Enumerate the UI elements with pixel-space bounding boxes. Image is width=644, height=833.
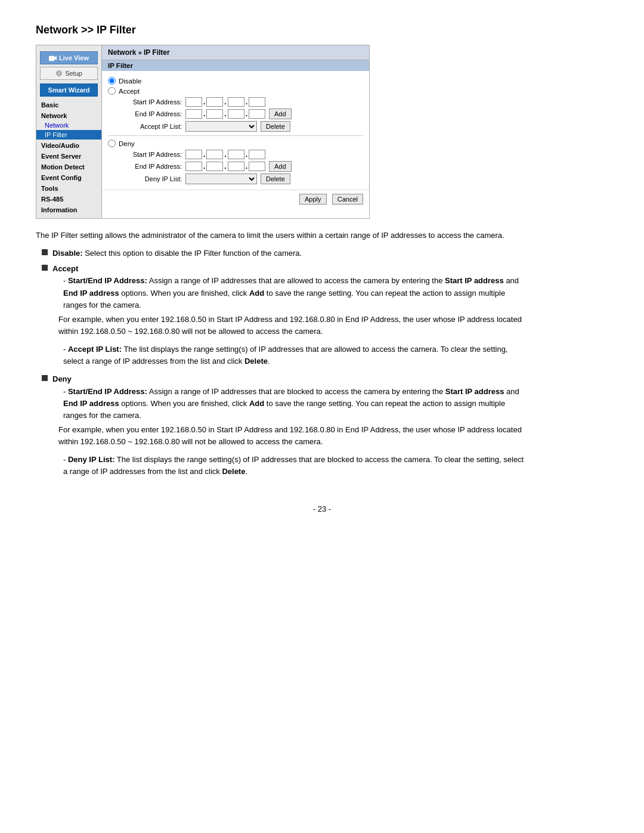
cancel-button[interactable]: Cancel — [332, 194, 363, 205]
disable-bullet-content: Disable: Select this option to disable t… — [52, 247, 525, 259]
accept-start-ip-2[interactable] — [206, 97, 223, 107]
bullet-icon-disable — [42, 249, 48, 255]
start-ip-label-deny: Start IP Address: — [120, 151, 185, 158]
deny-ip-list-select[interactable] — [185, 174, 257, 184]
accept-bullet-content: Accept - Start/End IP Address: Assign a … — [52, 263, 525, 370]
accept-list-text: The list displays the range setting(s) o… — [63, 345, 507, 366]
deny-radio[interactable] — [108, 140, 116, 147]
svg-marker-1 — [54, 56, 57, 60]
breadcrumb-arrow: » — [138, 49, 144, 56]
deny-bullet: Deny - Start/End IP Address: Assign a ra… — [42, 373, 525, 480]
intro-text: The IP Filter setting allows the adminis… — [36, 230, 525, 241]
section-rs485-label: RS-485 — [36, 193, 101, 204]
svg-rect-0 — [49, 56, 54, 61]
deny-label: Deny — [119, 140, 135, 147]
disable-bullet-text: Disable: Select this option to disable t… — [52, 249, 302, 258]
accept-list-title: Accept IP List: — [68, 345, 122, 354]
description-area: The IP Filter setting allows the adminis… — [36, 230, 525, 481]
deny-start-ip-3[interactable] — [228, 150, 244, 159]
deny-ip-list-label: Deny IP List: — [120, 175, 185, 182]
deny-list-text: The list displays the range setting(s) o… — [63, 455, 524, 476]
disable-label: Disable — [119, 78, 141, 85]
deny-start-ip-row: Start IP Address: . . . — [108, 150, 363, 159]
deny-start-ip-4[interactable] — [249, 150, 265, 159]
section-tools-label: Tools — [36, 182, 101, 193]
section-title-bar: IP Filter — [102, 60, 369, 71]
accept-add-button[interactable]: Add — [269, 109, 292, 119]
deny-end-ip-group: . . . — [185, 162, 265, 171]
sidebar: Live View Setup Smart Wizard Basic Netwo… — [36, 45, 102, 218]
live-view-button[interactable]: Live View — [40, 51, 98, 64]
deny-end-ip-3[interactable] — [228, 162, 244, 171]
accept-label: Accept — [119, 88, 140, 95]
section-divider — [108, 135, 363, 136]
deny-start-ip-group: . . . — [185, 150, 265, 159]
section-basic-label: Basic — [36, 99, 101, 110]
deny-end-ip-2[interactable] — [206, 162, 223, 171]
smart-wizard-button[interactable]: Smart Wizard — [40, 83, 98, 97]
deny-delete-button[interactable]: Delete — [261, 174, 290, 184]
accept-start-ip-row: Start IP Address: . . . — [108, 97, 363, 107]
deny-end-ip-4[interactable] — [249, 162, 265, 171]
dash-accept-list: - — [63, 345, 68, 354]
deny-list-bullet: - Deny IP List: The list displays the ra… — [63, 454, 525, 478]
apply-button[interactable]: Apply — [299, 194, 327, 205]
accept-start-ip-1[interactable] — [185, 97, 202, 107]
accept-start-ip-4[interactable] — [249, 97, 265, 107]
accept-end-ip-row: End IP Address: . . . Add — [108, 109, 363, 119]
accept-radio[interactable] — [108, 87, 116, 95]
accept-end-ip-3[interactable] — [228, 109, 244, 119]
sidebar-item-ip-filter[interactable]: IP Filter — [36, 130, 101, 140]
deny-start-ip-1[interactable] — [185, 150, 202, 159]
accept-end-ip-group: . . . — [185, 109, 265, 119]
setup-button[interactable]: Setup — [40, 67, 98, 80]
accept-end-ip-1[interactable] — [185, 109, 202, 119]
accept-title: Accept — [52, 264, 78, 273]
section-network-label: Network — [36, 110, 101, 120]
sidebar-item-network[interactable]: Network — [36, 120, 101, 130]
bottom-buttons: Apply Cancel — [102, 190, 369, 208]
deny-bullet-content: Deny - Start/End IP Address: Assign a ra… — [52, 373, 525, 480]
accept-list-bullet: - Accept IP List: The list displays the … — [63, 343, 525, 367]
accept-start-ip-3[interactable] — [228, 97, 244, 107]
accept-ip-list-select[interactable] — [185, 121, 257, 132]
main-header: Network » IP Filter — [102, 45, 369, 60]
ui-panel: Live View Setup Smart Wizard Basic Netwo… — [36, 45, 370, 219]
disable-bullet: Disable: Select this option to disable t… — [42, 247, 525, 259]
section-video-audio-label: Video/Audio — [36, 140, 101, 150]
accept-radio-row: Accept — [108, 87, 363, 95]
bullet-icon-deny — [42, 375, 48, 381]
accept-start-end-title: Start/End IP Address: — [68, 276, 147, 285]
deny-ip-list-row: Deny IP List: Delete — [108, 174, 363, 184]
accept-start-end-bullet: - Start/End IP Address: Assign a range o… — [63, 275, 525, 311]
page-title: Network >> IP Filter — [36, 24, 608, 36]
bullet-section: Disable: Select this option to disable t… — [42, 247, 525, 480]
dash-accept-start: - — [63, 276, 68, 285]
deny-add-button[interactable]: Add — [269, 161, 292, 172]
camera-icon — [49, 55, 57, 61]
ip-filter-form: Disable Accept Start IP Address: . . — [102, 71, 369, 190]
section-information-label: Information — [36, 204, 101, 215]
accept-delete-button[interactable]: Delete — [261, 121, 290, 132]
section-motion-detect-label: Motion Detect — [36, 161, 101, 172]
deny-radio-row: Deny — [108, 140, 363, 147]
deny-end-ip-1[interactable] — [185, 162, 202, 171]
deny-example-text: For example, when you enter 192.168.0.50… — [58, 424, 525, 448]
accept-ip-list-label: Accept IP List: — [120, 123, 185, 130]
gear-icon — [55, 70, 63, 77]
disable-radio[interactable] — [108, 77, 116, 85]
deny-start-end-title: Start/End IP Address: — [68, 387, 147, 396]
main-content: Network » IP Filter IP Filter Disable Ac… — [102, 45, 369, 218]
deny-start-ip-2[interactable] — [206, 150, 223, 159]
accept-example-text: For example, when you enter 192.168.0.50… — [58, 314, 525, 337]
dash-deny-start: - — [63, 387, 68, 396]
accept-bullet: Accept - Start/End IP Address: Assign a … — [42, 263, 525, 370]
accept-end-ip-4[interactable] — [249, 109, 265, 119]
accept-end-ip-2[interactable] — [206, 109, 223, 119]
accept-example-para: For example, when you enter 192.168.0.50… — [58, 314, 525, 337]
deny-start-end-bullet: - Start/End IP Address: Assign a range o… — [63, 386, 525, 422]
section-event-server-label: Event Server — [36, 150, 101, 161]
bullet-icon-accept — [42, 265, 48, 271]
deny-end-ip-row: End IP Address: . . . Add — [108, 161, 363, 172]
accept-ip-list-row: Accept IP List: Delete — [108, 121, 363, 132]
